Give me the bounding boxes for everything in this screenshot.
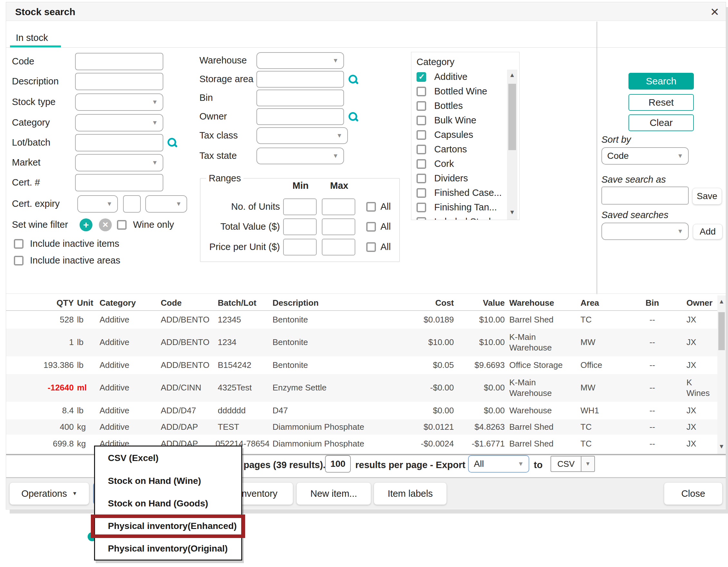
tax-state-dropdown[interactable] xyxy=(256,148,344,164)
category-item-capsules[interactable]: Capsules xyxy=(434,130,473,140)
category-item-checkbox-bottled-wine[interactable] xyxy=(417,87,426,96)
category-item-checkbox-finished-case[interactable] xyxy=(417,188,426,198)
range-value-max-input[interactable] xyxy=(322,218,355,235)
menu-item-physical-inventory-original[interactable]: Physical inventory(Original) xyxy=(95,537,241,560)
warehouse-dropdown[interactable] xyxy=(256,52,344,69)
col-header-description[interactable]: Description xyxy=(271,298,409,308)
col-header-owner[interactable]: Owner xyxy=(670,298,719,308)
sort-by-dropdown[interactable]: Code xyxy=(601,147,689,165)
col-header-unit[interactable]: Unit xyxy=(74,298,98,308)
table-row[interactable]: 528lbAdditiveADD/BENTO12345Bentonite$0.0… xyxy=(6,311,717,329)
range-price-max-input[interactable] xyxy=(322,239,355,255)
category-scrollbar-thumb[interactable] xyxy=(508,84,516,150)
category-dropdown[interactable] xyxy=(75,114,163,131)
col-header-warehouse[interactable]: Warehouse xyxy=(505,298,578,308)
lot-batch-input[interactable] xyxy=(75,134,163,151)
category-item-checkbox-cartons[interactable] xyxy=(417,145,426,154)
include-inactive-items-checkbox[interactable] xyxy=(14,239,24,249)
menu-item-stock-on-hand-wine[interactable]: Stock on Hand (Wine) xyxy=(95,470,241,492)
save-button[interactable]: Save xyxy=(692,188,722,205)
close-button[interactable]: Close xyxy=(664,482,723,505)
col-header-cost[interactable]: Cost xyxy=(409,298,454,308)
category-item-cartons[interactable]: Cartons xyxy=(434,144,467,155)
stock-type-dropdown[interactable] xyxy=(75,93,163,111)
category-item-checkbox-capsules[interactable] xyxy=(417,130,426,140)
add-button[interactable]: Add xyxy=(693,224,723,239)
col-header-bin[interactable]: Bin xyxy=(634,298,670,308)
category-item-checkbox-cork[interactable] xyxy=(417,159,426,169)
range-price-all-checkbox[interactable] xyxy=(366,242,376,252)
category-item-checkbox-bulk-wine[interactable] xyxy=(417,116,426,125)
table-scroll-down-icon[interactable]: ▼ xyxy=(717,443,726,450)
col-header-code[interactable]: Code xyxy=(159,298,216,308)
clear-wine-filter-icon[interactable]: ✕ xyxy=(99,218,112,231)
category-item-finishing-tan[interactable]: Finishing Tan... xyxy=(434,202,497,213)
market-dropdown[interactable] xyxy=(75,154,163,171)
table-row[interactable]: -12640mlAdditiveADD/CINN4325TestEnzyme S… xyxy=(6,374,717,402)
col-header-value[interactable]: Value xyxy=(454,298,505,308)
cert-no-input[interactable] xyxy=(75,174,163,191)
owner-input[interactable] xyxy=(256,108,344,125)
table-scroll-up-icon[interactable]: ▲ xyxy=(717,298,726,305)
cert-expiry-day-input[interactable] xyxy=(123,195,141,213)
table-row[interactable]: 1lbAdditiveADD/BENTO1234Bentonite$10.00$… xyxy=(6,329,717,356)
category-item-labeled-stock[interactable]: Labeled Stock xyxy=(434,216,493,220)
new-item-button[interactable]: New item... xyxy=(296,482,371,505)
category-item-additive[interactable]: Additive xyxy=(434,72,467,82)
table-scrollbar[interactable]: ▲ ▼ xyxy=(717,295,726,454)
range-value-all-checkbox[interactable] xyxy=(366,222,376,232)
category-scroll-up-icon[interactable]: ▲ xyxy=(507,72,517,79)
export-format-caret-button[interactable]: ▼ xyxy=(581,456,595,472)
saved-searches-dropdown[interactable] xyxy=(601,223,689,240)
add-wine-filter-icon[interactable]: + xyxy=(80,218,92,231)
tab-in-stock[interactable]: In stock xyxy=(16,33,48,43)
range-units-max-input[interactable] xyxy=(322,198,355,215)
category-item-checkbox-additive[interactable] xyxy=(417,72,426,82)
col-header-area[interactable]: Area xyxy=(578,298,634,308)
operations-button[interactable]: Operations▼ xyxy=(9,482,89,505)
include-inactive-areas-checkbox[interactable] xyxy=(14,256,24,265)
wine-only-checkbox[interactable] xyxy=(117,220,127,230)
bin-input[interactable] xyxy=(256,90,344,106)
range-units-min-input[interactable] xyxy=(283,198,317,215)
category-item-bottled-wine[interactable]: Bottled Wine xyxy=(434,86,487,97)
owner-search-icon[interactable] xyxy=(348,112,359,122)
save-search-input[interactable] xyxy=(601,187,689,205)
storage-area-search-icon[interactable] xyxy=(348,74,359,85)
category-item-checkbox-bottles[interactable] xyxy=(417,101,426,111)
category-item-checkbox-finishing-tan[interactable] xyxy=(417,203,426,212)
table-row[interactable]: 193.386lbAdditiveADD/BENTOB154242Bentoni… xyxy=(6,356,717,374)
category-scrollbar[interactable]: ▲ ▼ xyxy=(507,70,517,220)
export-format-button[interactable]: CSV xyxy=(551,456,581,472)
category-item-cork[interactable]: Cork xyxy=(434,159,454,169)
category-item-checkbox-labeled-stock[interactable] xyxy=(417,217,426,220)
cert-expiry-month-dropdown[interactable] xyxy=(77,195,118,213)
category-item-finished-case[interactable]: Finished Case... xyxy=(434,187,502,198)
clear-button[interactable]: Clear xyxy=(628,114,694,131)
menu-item-csv-excel[interactable]: CSV (Excel) xyxy=(95,447,241,470)
table-row[interactable]: 8.4lbAdditiveADD/D47ddddddD47$0.00$0.00W… xyxy=(6,402,717,419)
lot-batch-search-icon[interactable] xyxy=(167,138,177,148)
table-scrollbar-thumb[interactable] xyxy=(718,312,725,350)
description-input[interactable] xyxy=(75,73,163,90)
search-button[interactable]: Search xyxy=(628,73,694,90)
table-row[interactable]: 400kgAdditiveADD/DAPTESTDiammonium Phosp… xyxy=(6,419,717,435)
category-item-bulk-wine[interactable]: Bulk Wine xyxy=(434,115,476,126)
export-scope-dropdown[interactable]: All xyxy=(468,455,529,473)
category-item-bottles[interactable]: Bottles xyxy=(434,101,463,111)
storage-area-input[interactable] xyxy=(256,71,344,88)
tax-class-dropdown[interactable] xyxy=(256,127,348,144)
code-input[interactable] xyxy=(75,53,163,70)
range-value-min-input[interactable] xyxy=(283,218,317,235)
close-icon[interactable]: ✕ xyxy=(710,5,720,18)
col-header-category[interactable]: Category xyxy=(98,298,159,308)
range-units-all-checkbox[interactable] xyxy=(366,202,376,212)
category-scroll-down-icon[interactable]: ▼ xyxy=(507,209,517,216)
col-header-batch[interactable]: Batch/Lot xyxy=(216,298,271,308)
col-header-qty[interactable]: QTY xyxy=(6,298,74,308)
results-per-page-input[interactable]: 100 xyxy=(325,455,351,473)
range-price-min-input[interactable] xyxy=(283,239,317,255)
menu-item-stock-on-hand-goods[interactable]: Stock on Hand (Goods) xyxy=(95,492,241,515)
cert-expiry-year-dropdown[interactable] xyxy=(145,195,187,213)
item-labels-button[interactable]: Item labels xyxy=(374,482,447,505)
